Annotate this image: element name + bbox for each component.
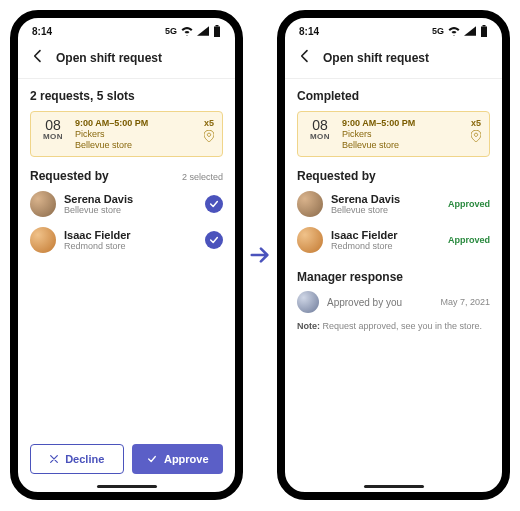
manager-response-label: Manager response	[297, 270, 403, 284]
shift-time: 9:00 AM–5:00 PM	[342, 118, 463, 128]
shift-date: 08 MON	[39, 118, 67, 150]
manager-row: Approved by you May 7, 2021	[297, 291, 490, 313]
status-bar: 8:14 5G	[285, 18, 502, 40]
phone-after: 8:14 5G Open shift request Completed 08 …	[277, 10, 510, 500]
decline-label: Decline	[65, 453, 104, 465]
summary-title: Completed	[297, 89, 490, 103]
requester-location: Bellevue store	[331, 205, 440, 215]
manager-note: Note: Request approved, see you in the s…	[297, 321, 490, 331]
signal-icon	[197, 26, 209, 36]
requester-row[interactable]: Serena Davis Bellevue store Approved	[297, 191, 490, 217]
requester-row[interactable]: Serena Davis Bellevue store	[30, 191, 223, 217]
signal-icon	[464, 26, 476, 36]
note-text: Request approved, see you in the store.	[320, 321, 482, 331]
avatar	[30, 191, 56, 217]
requester-name: Serena Davis	[331, 193, 440, 205]
avatar	[30, 227, 56, 253]
action-bar: Decline Approve	[18, 444, 235, 474]
shift-day-dow: MON	[43, 132, 63, 141]
status-icons: 5G	[432, 25, 488, 37]
page-title: Open shift request	[56, 51, 162, 65]
requester-name: Isaac Fielder	[64, 229, 197, 241]
close-icon	[49, 454, 59, 464]
approve-label: Approve	[164, 453, 209, 465]
avatar	[297, 227, 323, 253]
manager-status: Approved by you	[327, 297, 432, 308]
avatar	[297, 291, 319, 313]
arrow-left-icon	[297, 48, 313, 64]
status-time: 8:14	[299, 26, 319, 37]
shift-location: Bellevue store	[75, 140, 196, 150]
shift-card[interactable]: 08 MON 9:00 AM–5:00 PM Pickers Bellevue …	[297, 111, 490, 157]
check-icon	[146, 454, 158, 464]
requester-location: Redmond store	[331, 241, 440, 251]
shift-time: 9:00 AM–5:00 PM	[75, 118, 196, 128]
selected-count: 2 selected	[182, 172, 223, 182]
home-indicator	[97, 485, 157, 488]
status-approved: Approved	[448, 199, 490, 209]
shift-day-dow: MON	[310, 132, 330, 141]
back-button[interactable]	[30, 48, 46, 68]
shift-card[interactable]: 08 MON 9:00 AM–5:00 PM Pickers Bellevue …	[30, 111, 223, 157]
manager-date: May 7, 2021	[440, 297, 490, 307]
location-pin-icon	[471, 130, 481, 142]
home-indicator	[364, 485, 424, 488]
status-bar: 8:14 5G	[18, 18, 235, 40]
selected-check-icon[interactable]	[205, 195, 223, 213]
svg-rect-3	[481, 27, 487, 38]
requester-row[interactable]: Isaac Fielder Redmond store Approved	[297, 227, 490, 253]
requested-by-label: Requested by	[297, 169, 376, 183]
shift-slot-count: x5	[204, 118, 214, 128]
shift-date: 08 MON	[306, 118, 334, 150]
avatar	[297, 191, 323, 217]
status-network: 5G	[165, 26, 177, 36]
requester-row[interactable]: Isaac Fielder Redmond store	[30, 227, 223, 253]
shift-slot-count: x5	[471, 118, 481, 128]
status-network: 5G	[432, 26, 444, 36]
status-approved: Approved	[448, 235, 490, 245]
requester-location: Bellevue store	[64, 205, 197, 215]
svg-rect-1	[214, 27, 220, 38]
shift-location: Bellevue store	[342, 140, 463, 150]
shift-role: Pickers	[75, 129, 196, 139]
location-pin-icon	[204, 130, 214, 142]
phone-before: 8:14 5G Open shift request 2 requests, 5…	[10, 10, 243, 500]
page-header: Open shift request	[18, 40, 235, 79]
shift-role: Pickers	[342, 129, 463, 139]
requester-name: Serena Davis	[64, 193, 197, 205]
selected-check-icon[interactable]	[205, 231, 223, 249]
status-icons: 5G	[165, 25, 221, 37]
svg-rect-2	[483, 25, 486, 27]
wifi-icon	[448, 26, 460, 36]
battery-icon	[213, 25, 221, 37]
arrow-left-icon	[30, 48, 46, 64]
transition-arrow-icon	[249, 244, 271, 266]
requester-location: Redmond store	[64, 241, 197, 251]
back-button[interactable]	[297, 48, 313, 68]
page-header: Open shift request	[285, 40, 502, 79]
svg-rect-0	[216, 25, 219, 27]
approve-button[interactable]: Approve	[132, 444, 224, 474]
page-title: Open shift request	[323, 51, 429, 65]
status-time: 8:14	[32, 26, 52, 37]
decline-button[interactable]: Decline	[30, 444, 124, 474]
wifi-icon	[181, 26, 193, 36]
requested-by-label: Requested by	[30, 169, 109, 183]
summary-title: 2 requests, 5 slots	[30, 89, 223, 103]
shift-day-number: 08	[45, 118, 61, 132]
requester-name: Isaac Fielder	[331, 229, 440, 241]
battery-icon	[480, 25, 488, 37]
note-prefix: Note:	[297, 321, 320, 331]
shift-day-number: 08	[312, 118, 328, 132]
